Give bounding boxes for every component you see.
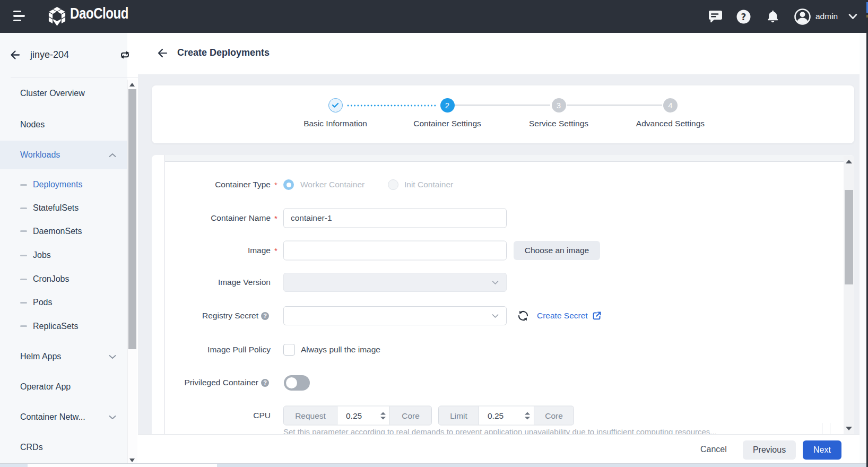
help-icon[interactable]: ? <box>736 10 751 24</box>
sidebar-item-operator-app[interactable]: Operator App <box>0 375 127 399</box>
sidebar-scrollbar-thumb[interactable] <box>128 89 136 349</box>
avatar-icon[interactable] <box>794 8 811 25</box>
sidebar-item-container-network[interactable]: Container Netw... <box>0 405 127 429</box>
daocloud-cube-icon <box>48 6 66 27</box>
image-version-select[interactable] <box>283 273 507 292</box>
input-value: 0.25 <box>346 411 362 420</box>
step-1-label[interactable]: Basic Information <box>277 119 394 128</box>
daocloud-logo[interactable]: DaoCloud <box>48 6 127 27</box>
sidebar-item-label: Jobs <box>33 250 51 260</box>
sidebar-item-label: Deployments <box>33 180 82 189</box>
page-back-icon[interactable] <box>157 48 168 58</box>
cancel-button[interactable]: Cancel <box>700 435 727 464</box>
scroll-up-arrow-icon[interactable] <box>129 83 135 87</box>
container-name-input[interactable]: container-1 <box>283 208 507 228</box>
create-secret-link[interactable]: Create Secret <box>537 311 588 321</box>
field-label: Image Version <box>218 278 271 287</box>
sidebar-item-workloads[interactable]: Workloads <box>0 141 127 169</box>
sidebar-item-deployments[interactable]: Deployments <box>0 173 127 196</box>
step-1-circle-done[interactable] <box>328 98 343 113</box>
required-asterisk: * <box>274 180 277 189</box>
scroll-down-arrow-icon[interactable] <box>129 459 135 462</box>
cluster-name[interactable]: jinye-204 <box>30 49 69 60</box>
sidebar-item-cronjobs[interactable]: CronJobs <box>0 267 127 291</box>
scroll-up-arrow-icon[interactable] <box>846 160 852 163</box>
user-chevron-down-icon[interactable] <box>848 13 857 20</box>
required-asterisk: * <box>274 246 277 255</box>
privileged-toggle-off[interactable] <box>284 375 310 391</box>
cpu-helper-text: Set this parameter according to real dem… <box>283 427 809 434</box>
refresh-icon[interactable] <box>517 310 529 322</box>
input-value: 0.25 <box>488 411 504 420</box>
container-settings-form: Container Type * Worker Container Init C… <box>152 155 854 434</box>
scroll-down-arrow-icon[interactable] <box>846 427 852 430</box>
radio-label[interactable]: Init Container <box>404 180 453 189</box>
registry-secret-select[interactable] <box>283 306 507 325</box>
dash-icon <box>20 279 27 280</box>
sidebar-back-icon[interactable] <box>10 50 20 60</box>
radio-label[interactable]: Worker Container <box>300 180 364 189</box>
step-4-circle[interactable]: 4 <box>663 98 678 113</box>
sidebar-item-label: CRDs <box>20 443 43 452</box>
app-screen: DaoCloud ? admin jinye-204 <box>0 0 868 467</box>
step-2-circle-active[interactable]: 2 <box>440 98 455 113</box>
bell-icon[interactable] <box>766 10 780 24</box>
sidebar-item-nodes[interactable]: Nodes <box>0 113 127 136</box>
field-label: Privileged Container <box>184 378 258 387</box>
user-name[interactable]: admin <box>815 12 838 21</box>
chat-icon[interactable] <box>708 10 723 24</box>
radio-init-container[interactable] <box>388 179 398 190</box>
form-top-strip <box>164 155 854 162</box>
sidebar-item-jobs[interactable]: Jobs <box>0 244 127 267</box>
sidebar-item-daemonsets[interactable]: DaemonSets <box>0 220 127 243</box>
next-button[interactable]: Next <box>803 440 841 460</box>
field-label: Image Pull Policy <box>207 345 271 354</box>
window-scrollbar-gutter[interactable] <box>860 33 866 467</box>
sidebar-item-statefulsets[interactable]: StatefulSets <box>0 196 127 220</box>
svg-text:?: ? <box>741 12 747 22</box>
always-pull-checkbox[interactable] <box>283 344 295 356</box>
step-3-circle[interactable]: 3 <box>552 98 566 113</box>
radio-worker-container[interactable] <box>283 179 294 190</box>
stepper-arrows[interactable] <box>380 411 386 420</box>
sidebar-item-label: Container Netw... <box>20 412 85 422</box>
sidebar-item-crds[interactable]: CRDs <box>0 436 127 459</box>
step-2-label[interactable]: Container Settings <box>389 119 506 128</box>
external-link-icon[interactable] <box>592 311 602 321</box>
dash-icon <box>20 184 27 186</box>
sidebar-item-label: Nodes <box>20 120 45 129</box>
field-label: Image <box>248 246 271 255</box>
step-4-label[interactable]: Advanced Settings <box>612 119 729 128</box>
sidebar-item-helm-apps[interactable]: Helm Apps <box>0 345 127 368</box>
cpu-limit-group: Limit 0.25 Core <box>438 406 574 426</box>
horizontal-scrollbar-thumb[interactable] <box>28 464 217 467</box>
cpu-request-group: Request 0.25 Core <box>283 406 432 426</box>
check-icon <box>329 99 342 111</box>
checkbox-label[interactable]: Always pull the image <box>301 345 380 354</box>
sidebar-item-cluster-overview[interactable]: Cluster Overview <box>0 82 127 105</box>
field-label: Container Name <box>211 213 271 223</box>
form-scrollbar-thumb[interactable] <box>845 190 853 284</box>
clipped-component-edge <box>830 423 830 434</box>
stepper-arrows[interactable] <box>524 411 531 420</box>
choose-image-button[interactable]: Choose an image <box>514 241 600 260</box>
help-icon[interactable]: ? <box>261 379 269 387</box>
field-label: CPU <box>253 411 271 420</box>
help-icon[interactable]: ? <box>261 312 269 320</box>
cluster-switch-icon[interactable] <box>120 50 130 60</box>
sidebar: jinye-204 Cluster Overview Nodes Workloa… <box>0 33 127 467</box>
field-label: Registry Secret <box>202 311 258 321</box>
image-input[interactable] <box>283 240 507 260</box>
hamburger-menu-icon[interactable] <box>13 11 25 22</box>
sidebar-item-label: CronJobs <box>33 274 69 284</box>
sidebar-item-pods[interactable]: Pods <box>0 291 127 314</box>
sidebar-item-label: Pods <box>33 298 52 307</box>
step-3-label[interactable]: Service Settings <box>500 119 617 128</box>
cpu-request-input[interactable]: 0.25 <box>337 407 390 425</box>
previous-button[interactable]: Previous <box>743 440 796 460</box>
input-value: container-1 <box>291 213 332 223</box>
sidebar-item-replicasets[interactable]: ReplicaSets <box>0 315 127 338</box>
cpu-limit-input[interactable]: 0.25 <box>479 407 534 425</box>
horizontal-scrollbar-thumb[interactable] <box>0 464 28 467</box>
form-scrollbar-track[interactable] <box>844 156 854 434</box>
